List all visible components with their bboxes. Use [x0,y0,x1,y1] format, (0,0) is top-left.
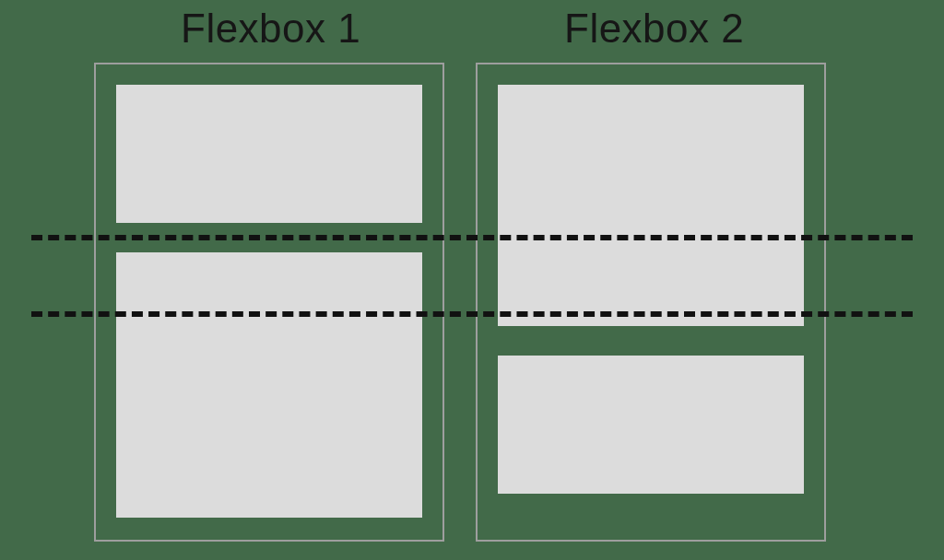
flexbox-1-container [94,63,444,542]
flexbox-1-item-top [116,85,422,223]
flexbox-2-title: Flexbox 2 [564,6,744,52]
flexbox-2-item-bottom [498,356,804,494]
flexbox-comparison-diagram: Flexbox 1 Flexbox 2 [0,0,944,560]
flexbox-1-title: Flexbox 1 [181,6,360,52]
flexbox-2-container [476,63,826,542]
flexbox-2-item-top [498,85,804,326]
flexbox-1-item-bottom [116,252,422,518]
